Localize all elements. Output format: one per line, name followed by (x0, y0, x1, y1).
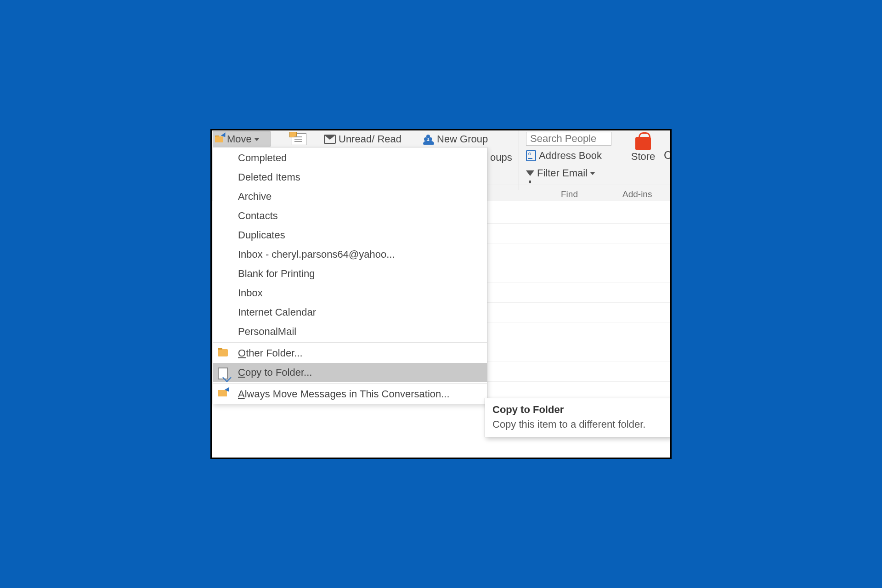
move-to-folder-icon (215, 135, 224, 143)
tooltip: Copy to Folder Copy this item to a diffe… (485, 398, 671, 437)
unread-read-label: Unread/ Read (339, 133, 401, 145)
menu-item-label: Contacts (238, 210, 278, 222)
search-people-input[interactable] (526, 132, 611, 146)
filter-email-button[interactable]: Filter Email (526, 167, 595, 179)
browse-groups-fragment[interactable]: oups (490, 152, 512, 164)
menu-item-deleted-items[interactable]: Deleted Items (213, 168, 487, 187)
unread-read-button[interactable]: Unread/ Read (324, 131, 401, 147)
find-group-label: Find (561, 189, 578, 199)
envelope-icon (324, 135, 336, 144)
menu-item-inbox-account[interactable]: Inbox - cheryl.parsons64@yahoo... (213, 245, 487, 264)
menu-divider (213, 383, 487, 384)
move-button-label: Move (227, 133, 252, 145)
menu-item-duplicates[interactable]: Duplicates (213, 226, 487, 245)
address-book-button[interactable]: Address Book (526, 150, 602, 162)
store-label: Store (631, 151, 656, 163)
menu-item-label: Blank for Printing (238, 268, 315, 280)
outlook-window: Find Add-ins Move Unread/ Read New Group… (210, 129, 672, 459)
menu-item-label: Inbox (238, 287, 263, 299)
menu-item-label: PersonalMail (238, 326, 296, 338)
store-icon (635, 137, 651, 150)
menu-item-label: Inbox - cheryl.parsons64@yahoo... (238, 249, 395, 260)
menu-item-other-folder[interactable]: Other Folder... (213, 344, 487, 363)
menu-divider (213, 342, 487, 343)
tooltip-title: Copy to Folder (492, 404, 663, 416)
funnel-icon (526, 170, 534, 176)
menu-item-archive[interactable]: Archive (213, 187, 487, 206)
menu-item-blank-for-printing[interactable]: Blank for Printing (213, 264, 487, 283)
menu-item-inbox[interactable]: Inbox (213, 283, 487, 303)
move-split-button[interactable]: Move (213, 131, 271, 147)
menu-item-label: Copy to Folder... (238, 367, 312, 379)
menu-item-completed[interactable]: Completed (213, 148, 487, 168)
address-book-label: Address Book (539, 150, 602, 162)
menu-item-label: Other Folder... (238, 347, 303, 359)
menu-item-label: Completed (238, 152, 287, 164)
chevron-down-icon (590, 172, 595, 175)
menu-item-label: Deleted Items (238, 171, 300, 183)
filter-email-label: Filter Email (537, 167, 588, 179)
rules-button[interactable] (285, 131, 313, 147)
ribbon-right-fragment: C (664, 149, 672, 162)
folder-icon (218, 348, 230, 358)
menu-item-label: Internet Calendar (238, 306, 316, 318)
move-dropdown-menu: Completed Deleted Items Archive Contacts… (213, 147, 487, 404)
ribbon-separator (519, 130, 519, 190)
tooltip-body: Copy this item to a different folder. (492, 418, 663, 430)
menu-item-label: Archive (238, 191, 271, 203)
menu-item-contacts[interactable]: Contacts (213, 206, 487, 226)
always-move-icon (218, 389, 230, 399)
new-group-label: New Group (437, 133, 488, 145)
menu-item-copy-to-folder[interactable]: Copy to Folder... (213, 363, 487, 382)
menu-item-personalmail[interactable]: PersonalMail (213, 322, 487, 341)
addins-group-label: Add-ins (622, 189, 652, 199)
people-icon (423, 135, 434, 144)
menu-item-label: Always Move Messages in This Conversatio… (238, 388, 450, 400)
menu-item-internet-calendar[interactable]: Internet Calendar (213, 303, 487, 322)
address-book-icon (526, 150, 536, 161)
menu-item-label: Duplicates (238, 229, 285, 241)
store-button[interactable]: Store (629, 133, 657, 163)
copy-icon (218, 368, 230, 378)
new-group-button[interactable]: New Group (423, 131, 488, 147)
rules-icon (292, 133, 306, 145)
chevron-down-icon (254, 138, 259, 141)
ribbon-separator (619, 130, 619, 190)
menu-item-always-move[interactable]: Always Move Messages in This Conversatio… (213, 384, 487, 404)
